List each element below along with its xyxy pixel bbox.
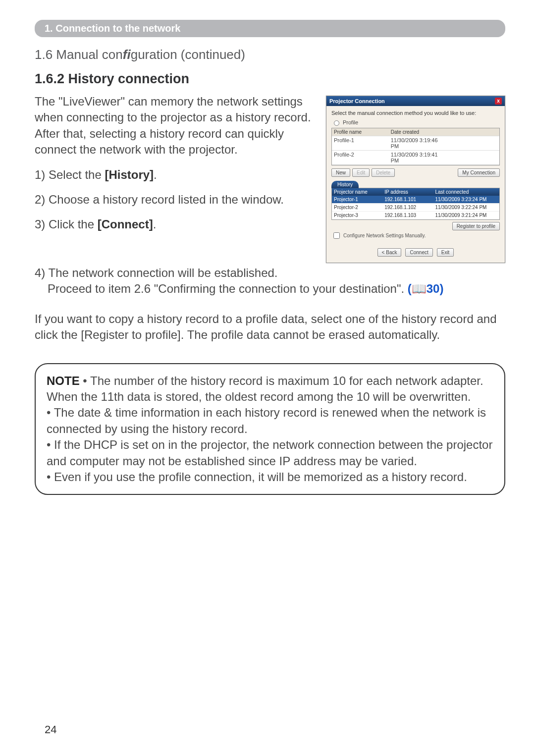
dialog-instruction: Select the manual connection method you … xyxy=(331,110,500,116)
profile-row-date: 11/30/2009 3:19:46 PM xyxy=(389,136,446,150)
hist-row-name: Projector-2 xyxy=(332,204,382,211)
register-to-profile-button[interactable]: Register to profile xyxy=(452,222,500,230)
table-row[interactable]: Profile-2 11/30/2009 3:19:41 PM xyxy=(332,151,499,165)
note-bullet: • Even if you use the proﬁle connection,… xyxy=(47,470,467,484)
note-bullet: • If the DHCP is set on in the projector… xyxy=(47,438,492,467)
projector-connection-dialog: Projector Connection x Select the manual… xyxy=(326,96,505,263)
step-1: 1) Select the [History]. xyxy=(35,167,312,183)
copy-paragraph: If you want to copy a history record to … xyxy=(35,311,505,343)
page-reference: (📖30) xyxy=(408,282,444,295)
hist-head-name: Projector name xyxy=(332,188,382,196)
dialog-title: Projector Connection xyxy=(329,98,385,104)
hist-head-last: Last connected xyxy=(433,188,499,196)
my-connection-button[interactable]: My Connection xyxy=(458,168,500,177)
chapter-banner: 1. Connection to the network xyxy=(35,20,505,37)
subtitle-pre: 1.6 Manual con xyxy=(35,47,123,62)
step1-bold: [History] xyxy=(105,168,154,181)
exit-button[interactable]: Exit xyxy=(437,248,454,257)
profile-row-name: Profile-2 xyxy=(332,151,389,164)
history-grid: Projector name IP address Last connected… xyxy=(331,188,500,220)
step3-post: . xyxy=(153,217,157,231)
intro-paragraph: The "LiveViewer" can memory the network … xyxy=(35,94,312,158)
profile-head-date: Date created xyxy=(389,128,446,136)
table-row[interactable]: Projector-2 192.168.1.102 11/30/2009 3:2… xyxy=(332,204,499,212)
hist-row-last: 11/30/2009 3:22:24 PM xyxy=(433,204,499,211)
history-grid-header: Projector name IP address Last connected xyxy=(332,188,499,196)
tab-history[interactable]: History xyxy=(331,181,359,188)
hist-row-ip: 192.168.1.103 xyxy=(382,212,433,219)
configure-manually-row[interactable]: Configure Network Settings Manually. xyxy=(331,231,500,240)
radio-profile[interactable] xyxy=(334,120,339,126)
table-row[interactable]: Projector-3 192.168.1.103 11/30/2009 3:2… xyxy=(332,212,499,219)
configure-manually-label: Configure Network Settings Manually. xyxy=(343,233,426,238)
section-title: 1.6.2 History connection xyxy=(35,71,505,87)
step4-text: Proceed to item 2.6 "Confirming the conn… xyxy=(48,282,408,295)
step-2: 2) Choose a history record listed in the… xyxy=(35,192,312,208)
hist-row-name: Projector-1 xyxy=(332,196,382,203)
note-bullet: • The date & time information in each hi… xyxy=(47,406,486,435)
note-label: NOTE xyxy=(47,374,80,387)
note-bullet: • The number of the history record is ma… xyxy=(47,374,483,403)
hist-row-name: Projector-3 xyxy=(332,212,382,219)
delete-button[interactable]: Delete xyxy=(372,168,395,177)
step-3: 3) Click the [Connect]. xyxy=(35,216,312,232)
hist-row-ip: 192.168.1.102 xyxy=(382,204,433,211)
step-4-line1: 4) The network connection will be establ… xyxy=(35,265,505,281)
banner-text: 1. Connection to the network xyxy=(45,23,180,34)
profile-head-name: Profile name xyxy=(332,128,389,136)
step1-post: . xyxy=(154,168,157,181)
step3-pre: 3) Click the xyxy=(35,217,98,231)
note-box: NOTE • The number of the history record … xyxy=(35,363,505,495)
step3-bold: [Connect] xyxy=(98,217,153,231)
hist-row-last: 11/30/2009 3:21:24 PM xyxy=(433,212,499,219)
hist-row-ip: 192.168.1.101 xyxy=(382,196,433,203)
profile-row-date: 11/30/2009 3:19:41 PM xyxy=(389,151,446,164)
connect-button[interactable]: Connect xyxy=(405,248,432,257)
new-button[interactable]: New xyxy=(331,168,350,177)
table-row[interactable]: Profile-1 11/30/2009 3:19:46 PM xyxy=(332,136,499,151)
subtitle-fi: fi xyxy=(123,47,131,62)
back-button[interactable]: < Back xyxy=(377,248,402,257)
subtitle-post: guration (continued) xyxy=(131,47,245,62)
table-row[interactable]: Projector-1 192.168.1.101 11/30/2009 3:2… xyxy=(332,196,499,204)
step-4-line2: Proceed to item 2.6 "Confirming the conn… xyxy=(35,281,505,297)
profile-grid: Profile name Date created Profile-1 11/3… xyxy=(331,128,500,165)
edit-button[interactable]: Edit xyxy=(352,168,370,177)
profile-row-name: Profile-1 xyxy=(332,136,389,150)
radio-profile-row[interactable]: Profile xyxy=(331,119,500,126)
hist-row-last: 11/30/2009 3:23:24 PM xyxy=(433,196,499,203)
page-number: 24 xyxy=(45,723,56,736)
radio-profile-label: Profile xyxy=(343,119,358,125)
close-icon[interactable]: x xyxy=(495,98,502,105)
dialog-titlebar: Projector Connection x xyxy=(326,96,505,106)
hist-head-ip: IP address xyxy=(382,188,433,196)
configure-manually-checkbox[interactable] xyxy=(333,232,340,239)
step1-pre: 1) Select the xyxy=(35,168,105,181)
profile-grid-header: Profile name Date created xyxy=(332,128,499,136)
subtitle: 1.6 Manual configuration (continued) xyxy=(35,47,505,62)
